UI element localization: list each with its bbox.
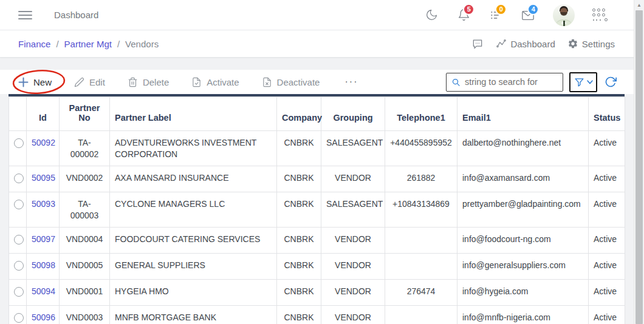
company-cell: CNBRK: [277, 166, 321, 192]
activate-button[interactable]: Activate: [191, 77, 239, 87]
more-actions-button[interactable]: ···: [344, 76, 358, 87]
email1-cell: info@foodcourt-ng.com: [457, 228, 589, 254]
status-cell: Active: [589, 254, 625, 280]
status-cell: Active: [589, 131, 625, 166]
delete-button[interactable]: Delete: [128, 77, 169, 87]
vendor-row: 50097 VND0004 FOODCOURT CATERING SERVICE…: [9, 228, 625, 254]
col-telephone1[interactable]: Telephone1: [385, 97, 457, 131]
vendor-id-link[interactable]: 50096: [32, 312, 55, 322]
telephone1-cell: +440455895952: [385, 131, 457, 166]
filter-button[interactable]: [569, 72, 597, 92]
page-actions: Dashboard Settings: [471, 38, 615, 50]
col-grouping[interactable]: Grouping: [321, 97, 385, 131]
vendor-row: 50092 TA-000002 ADVENTUREWORKS INVESTMEN…: [9, 131, 625, 166]
partner-label-cell: FOODCOURT CATERING SERVICES: [110, 228, 277, 254]
apps-grid-icon[interactable]: [592, 8, 608, 21]
hamburger-menu-icon[interactable]: [18, 11, 32, 19]
col-status[interactable]: Status: [589, 97, 625, 131]
document-x-icon: [262, 77, 272, 87]
col-company[interactable]: Company: [277, 97, 321, 131]
vendor-row: 50093 TA-000003 CYCLONE MANAGERS LLC CNB…: [9, 192, 625, 228]
new-button-label: New: [33, 77, 52, 87]
settings-action-label: Settings: [582, 39, 615, 49]
partner-no-cell: VND0002: [60, 166, 110, 192]
col-id[interactable]: Id: [27, 97, 60, 131]
activity-chart-icon: [496, 38, 507, 49]
company-cell: CNBRK: [277, 192, 321, 228]
row-select-radio[interactable]: [14, 174, 24, 183]
mail-envelope-icon[interactable]: 4: [521, 8, 535, 22]
row-select-radio[interactable]: [14, 313, 24, 323]
grouping-cell: VENDOR: [321, 280, 385, 306]
row-select-radio[interactable]: [14, 200, 24, 209]
vendor-id-link[interactable]: 50092: [32, 138, 55, 147]
grid-body: 50092 TA-000002 ADVENTUREWORKS INVESTMEN…: [9, 131, 625, 324]
status-cell: Active: [589, 280, 625, 306]
telephone1-cell: 261882: [385, 166, 457, 192]
breadcrumb-partner-mgt[interactable]: Partner Mgt: [64, 39, 112, 49]
company-cell: CNBRK: [277, 306, 321, 324]
vendor-id-link[interactable]: 50098: [32, 260, 55, 270]
tasks-list-icon[interactable]: 0: [488, 8, 503, 22]
grouping-cell: SALESAGENT: [321, 192, 385, 228]
row-select-radio[interactable]: [14, 261, 24, 271]
vendor-id-link[interactable]: 50095: [32, 173, 55, 183]
activate-button-label: Activate: [207, 77, 239, 87]
filter-funnel-icon: [574, 77, 584, 87]
search-cluster: [446, 72, 617, 92]
search-icon: [451, 77, 461, 87]
row-select-radio[interactable]: [14, 287, 24, 297]
trash-icon: [128, 77, 138, 87]
document-check-icon: [191, 77, 202, 87]
new-button[interactable]: New: [18, 77, 52, 87]
breadcrumb: Finance / Partner Mgt / Vendors: [18, 39, 159, 49]
edit-button[interactable]: Edit: [74, 77, 105, 87]
telephone1-cell: +10843134869: [385, 192, 457, 228]
partner-label-cell: HYGEIA HMO: [110, 280, 277, 306]
deactivate-button[interactable]: Deactivate: [262, 77, 320, 87]
gear-icon: [567, 38, 578, 49]
refresh-icon: [605, 76, 617, 88]
vendor-id-link[interactable]: 50094: [32, 286, 55, 296]
navbar-actions: 5 0 4: [424, 4, 608, 26]
vertical-scrollbar[interactable]: ▲: [634, 0, 644, 324]
tasks-badge: 0: [495, 4, 507, 15]
row-select-radio[interactable]: [14, 138, 24, 148]
toolbar-buttons: New Edit Delete Activate: [18, 76, 358, 87]
app-title: Dashboard: [54, 10, 98, 20]
edit-button-label: Edit: [89, 77, 105, 87]
vendor-row: 50095 VND0002 AXA MANSARD INSURANCE CNBR…: [9, 166, 625, 192]
mail-badge: 4: [527, 4, 539, 15]
deactivate-button-label: Deactivate: [277, 77, 320, 87]
partner-no-cell: TA-000003: [60, 192, 110, 228]
grouping-cell: VENDOR: [321, 228, 385, 254]
status-cell: Active: [589, 166, 625, 192]
header-row: Id Partner No Partner Label Company Grou…: [9, 97, 625, 131]
plus-icon: [18, 77, 29, 87]
vendor-id-link[interactable]: 50097: [32, 234, 55, 244]
vendor-id-link[interactable]: 50093: [32, 199, 55, 209]
refresh-button[interactable]: [605, 76, 617, 88]
col-email1[interactable]: Email1: [457, 97, 589, 131]
company-cell: CNBRK: [277, 280, 321, 306]
settings-action[interactable]: Settings: [567, 38, 615, 49]
row-select-radio[interactable]: [14, 235, 24, 245]
search-box: [446, 73, 563, 92]
dark-mode-moon-icon[interactable]: [424, 8, 439, 22]
scroll-up-arrow[interactable]: ▲: [634, 0, 644, 10]
col-partner-label[interactable]: Partner Label: [110, 97, 277, 131]
comments-icon[interactable]: [471, 38, 484, 50]
user-avatar[interactable]: [553, 4, 575, 26]
search-input[interactable]: [465, 77, 558, 87]
dashboard-action[interactable]: Dashboard: [496, 38, 555, 49]
pencil-icon: [74, 77, 84, 87]
delete-button-label: Delete: [143, 77, 169, 87]
scrollbar-thumb[interactable]: [635, 10, 643, 324]
breadcrumb-finance[interactable]: Finance: [18, 39, 50, 49]
email1-cell: info@hygeia.com: [457, 280, 589, 306]
chevron-down-icon: [587, 80, 593, 84]
partner-no-cell: VND0004: [60, 228, 110, 254]
notifications-bell-icon[interactable]: 5: [456, 8, 471, 22]
vendor-row: 50094 VND0001 HYGEIA HMO CNBRK VENDOR 27…: [9, 280, 625, 306]
col-partner-no[interactable]: Partner No: [60, 97, 110, 131]
